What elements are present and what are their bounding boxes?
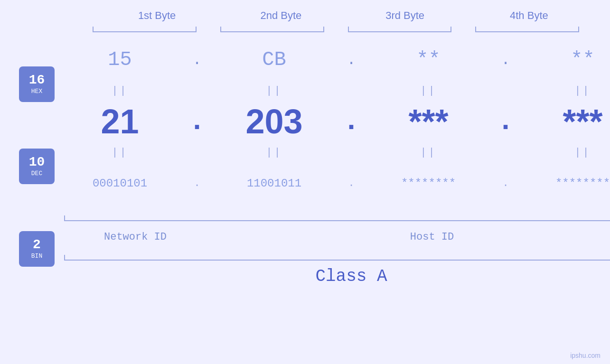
dec-value-4: *** [563, 103, 602, 140]
class-row: Class A [55, 251, 610, 290]
bin-cell-4: ******** [517, 177, 610, 190]
bracket-byte-3 [348, 27, 452, 38]
bin-cell-3: ******** [363, 177, 494, 190]
bin-dot-1: . [185, 177, 209, 189]
equals-2-2: || [209, 147, 339, 159]
hex-value-1: 15 [108, 48, 131, 71]
dec-value-1: 21 [101, 103, 139, 140]
equals-row-2: || || || || [55, 143, 610, 162]
hex-badge: 16 HEX [19, 66, 55, 102]
rows-area: 16 HEX 10 DEC 2 BIN 15 . [19, 38, 591, 290]
network-id-label: Network ID [55, 231, 216, 243]
dec-row: 21 . 203 . *** . *** [55, 100, 610, 143]
equals-1-1: || [55, 85, 185, 97]
id-labels: Network ID Host ID [55, 227, 610, 246]
top-brackets [81, 27, 591, 38]
bin-value-4: ******** [555, 177, 610, 190]
hex-badge-number: 16 [29, 74, 45, 87]
equals-1-3: || [363, 85, 494, 97]
equals-1-2: || [209, 85, 339, 97]
bottom-brackets [55, 209, 610, 224]
byte-header-3: 3rd Byte [343, 9, 467, 22]
bracket-byte-2 [220, 27, 324, 38]
dec-cell-4: *** [517, 102, 610, 141]
equals-1-4: || [517, 85, 610, 97]
bin-dot-2: . [339, 177, 363, 189]
main-container: 1st Byte 2nd Byte 3rd Byte 4th Byte 16 H… [0, 0, 610, 364]
dec-dot-3: . [494, 105, 517, 138]
hex-badge-label: HEX [31, 88, 42, 95]
dec-value-2: 203 [245, 103, 302, 140]
hex-cell-1: 15 [55, 48, 185, 71]
watermark: ipshu.com [570, 352, 601, 359]
dec-dot-1: . [185, 105, 209, 138]
content-area: 15 . CB . ** . ** | [55, 38, 610, 290]
hex-row: 15 . CB . ** . ** [55, 38, 610, 81]
hex-value-3: ** [416, 48, 440, 71]
bin-value-2: 11001011 [247, 177, 301, 190]
dec-value-3: *** [408, 103, 448, 140]
hex-dot-1: . [185, 51, 209, 69]
equals-2-4: || [517, 147, 610, 159]
bracket-byte-4 [475, 27, 579, 38]
host-id-label: Host ID [216, 231, 610, 243]
class-bracket [55, 251, 610, 261]
bin-dot-3: . [494, 177, 517, 189]
equals-row-1: || || || || [55, 81, 610, 100]
data-rows: 15 . CB . ** . ** | [55, 38, 610, 205]
dec-dot-2: . [339, 105, 363, 138]
byte-header-4: 4th Byte [467, 9, 591, 22]
class-label: Class A [55, 263, 610, 290]
host-id-bracket [216, 209, 610, 221]
hex-dot-2: . [339, 51, 363, 69]
equals-2-1: || [55, 147, 185, 159]
bin-badge-number: 2 [33, 238, 41, 252]
bin-row: 00010101 . 11001011 . ******** . *******… [55, 162, 610, 205]
dec-cell-2: 203 [209, 102, 339, 141]
byte-headers: 1st Byte 2nd Byte 3rd Byte 4th Byte [95, 9, 591, 22]
bin-cell-1: 00010101 [55, 177, 185, 190]
bin-badge: 2 BIN [19, 231, 55, 267]
hex-value-4: ** [571, 48, 594, 71]
bin-value-3: ******** [401, 177, 456, 190]
hex-cell-2: CB [209, 48, 339, 71]
hex-cell-3: ** [363, 48, 494, 71]
equals-2-3: || [363, 147, 494, 159]
hex-value-2: CB [262, 48, 286, 71]
dec-badge-label: DEC [31, 170, 42, 177]
bottom-section: Network ID Host ID [55, 209, 610, 246]
network-id-bracket [55, 209, 216, 221]
hex-cell-4: ** [517, 48, 610, 71]
byte-header-1: 1st Byte [95, 9, 219, 22]
bin-cell-2: 11001011 [209, 177, 339, 190]
dec-badge: 10 DEC [19, 149, 55, 184]
bin-value-1: 00010101 [93, 177, 147, 190]
hex-dot-3: . [494, 51, 517, 69]
bin-badge-label: BIN [31, 252, 42, 260]
dec-cell-3: *** [363, 102, 494, 141]
dec-badge-number: 10 [29, 156, 45, 169]
byte-header-2: 2nd Byte [219, 9, 343, 22]
badges-column: 16 HEX 10 DEC 2 BIN [19, 38, 55, 290]
dec-cell-1: 21 [55, 102, 185, 141]
bracket-byte-1 [93, 27, 197, 38]
